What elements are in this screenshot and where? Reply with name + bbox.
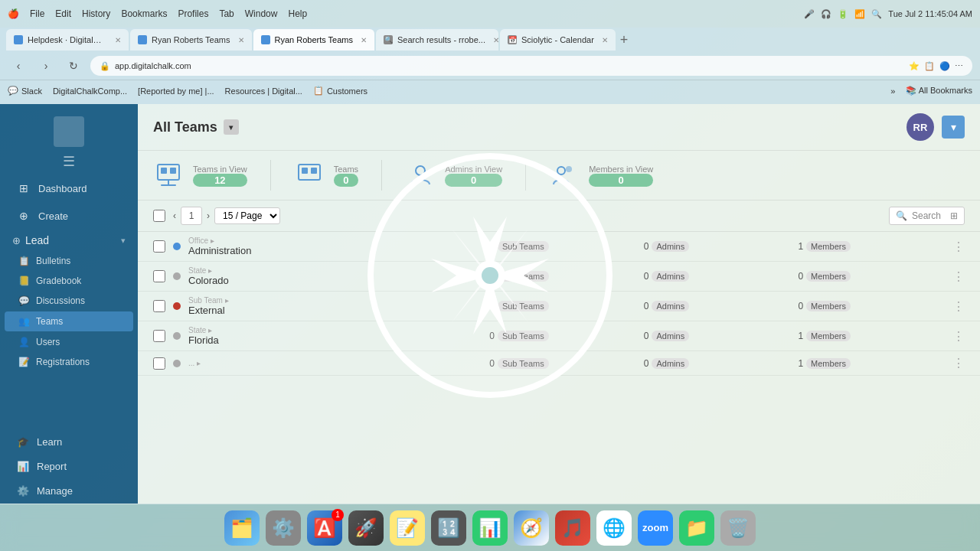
url-text: app.digitalchalk.com [115,61,191,70]
lead-chevron: ▾ [121,236,126,246]
sidebar-item-dashboard[interactable]: ⊞ Dashboard [5,175,133,201]
sidebar-item-gradebook[interactable]: 📒 Gradebook [0,271,138,291]
page-number[interactable]: 1 [181,207,202,225]
bookmark-resources[interactable]: Resources | Digital... [225,86,302,96]
row-checkbox-external[interactable] [153,300,165,312]
team-dot-last [173,360,181,367]
sidebar-item-users[interactable]: 👤 Users [0,332,138,352]
svg-rect-2 [170,168,176,174]
lock-icon: 🔒 [100,61,110,71]
menu-help[interactable]: Help [288,8,307,19]
menu-window[interactable]: Window [245,8,278,19]
search-box[interactable]: 🔍 Search ⊞ [889,207,965,225]
row-menu-admin[interactable]: ⋮ [952,240,965,254]
dock-notes[interactable]: 📝 [390,510,425,546]
tab-ryan-roberts-1[interactable]: Ryan Roberts Teams ✕ [130,29,252,51]
row-checkbox-florida[interactable] [153,330,165,342]
close-tab-search[interactable]: ✕ [493,36,498,44]
all-teams-dropdown[interactable]: All Teams ▾ [153,119,239,135]
sidebar-item-manage[interactable]: ⚙️ Manage [5,479,133,503]
row-checkbox-colorado[interactable] [153,270,165,282]
gradebook-icon: 📒 [18,276,30,286]
create-icon: ⊕ [17,209,31,223]
dock-calculator[interactable]: 🔢 [431,510,466,546]
dock-zoom[interactable]: zoom [638,510,673,546]
learn-icon: 🎓 [17,436,29,448]
dock-launchpad[interactable]: 🚀 [348,510,384,546]
row-checkbox-admin[interactable] [153,240,165,253]
dropdown-arrow-icon[interactable]: ▾ [224,119,239,135]
row-menu-last[interactable]: ⋮ [952,356,965,370]
team-admins-admin: 0 Admins [644,241,791,252]
sidebar-item-report[interactable]: 📊 Report [5,455,133,478]
tab-sciolytic[interactable]: 📅 Sciolytic - Calendar ✕ [500,29,616,51]
close-tab-ryan2[interactable]: ✕ [361,36,367,44]
browser-chrome: Helpdesk · DigitalChalk ✕ Ryan Roberts T… [0,28,980,104]
team-members-admin: 1 Members [798,241,945,252]
per-page-select[interactable]: 15 / Page 25 / Page 50 / Page [214,207,280,224]
tab-search[interactable]: 🔍 Search results - rrobe... ✕ [376,29,498,51]
dock-finder[interactable]: 🗂️ [224,510,260,546]
bookmark-digitalchalk[interactable]: DigitalChalkComp... [53,86,127,96]
menu-tab[interactable]: Tab [219,8,234,19]
dock-app-store[interactable]: 🅰️ 1 [307,510,342,546]
dock-numbers[interactable]: 📊 [472,510,508,546]
search-filter-icon[interactable]: ⊞ [950,210,958,221]
back-button[interactable]: ‹ [8,55,29,77]
more-bookmarks[interactable]: » [890,86,895,96]
new-tab-button[interactable]: + [620,32,629,48]
close-tab-sciolytic[interactable]: ✕ [602,36,608,44]
row-checkbox-last[interactable] [153,357,165,370]
sidebar-item-create[interactable]: ⊕ Create [5,203,133,229]
dock-music[interactable]: 🎵 [555,510,590,546]
team-members-florida: 1 Members [798,331,945,341]
sidebar-item-bulletins[interactable]: 📋 Bulletins [0,251,138,271]
menu-history[interactable]: History [82,8,110,19]
bookmark-customers[interactable]: 📋 Customers [313,86,368,96]
menu-profiles[interactable]: Profiles [178,8,208,19]
row-menu-florida[interactable]: ⋮ [952,329,965,344]
sidebar-item-registrations[interactable]: 📝 Registrations [0,352,138,372]
dock-safari[interactable]: 🧭 [514,510,549,546]
dock-system-prefs[interactable]: ⚙️ [266,510,301,546]
stat-teams-in-view: Teams in View 12 [153,160,271,191]
menu-edit[interactable]: Edit [55,8,71,19]
address-bar-icons: ⭐📋🔵⋯ [909,61,963,71]
content-header: All Teams ▾ RR ▾ [138,104,980,151]
sidebar-item-discussions[interactable]: 💬 Discussions [0,291,138,311]
tab-helpdesk[interactable]: Helpdesk · DigitalChalk ✕ [6,29,129,51]
menu-items: 🍎 File Edit History Bookmarks Profiles T… [0,8,315,19]
sidebar-item-learn[interactable]: 🎓 Learn [5,430,133,454]
row-menu-colorado[interactable]: ⋮ [952,269,965,284]
close-tab-ryan1[interactable]: ✕ [238,36,244,44]
svg-rect-6 [302,168,308,174]
team-members-colorado: 0 Members [798,271,945,282]
tab-ryan-roberts-2[interactable]: Ryan Roberts Teams ✕ [253,29,375,51]
bookmark-reported[interactable]: [Reported by me] |... [138,86,214,96]
sidebar-toggle[interactable]: ☰ [0,153,138,170]
bookmark-slack[interactable]: 💬 Slack [8,86,42,96]
menu-bookmarks[interactable]: Bookmarks [121,8,167,19]
menu-file[interactable]: File [30,8,44,19]
address-bar[interactable]: 🔒 app.digitalchalk.com ⭐📋🔵⋯ [90,56,972,76]
select-all-checkbox[interactable] [153,210,165,222]
all-bookmarks[interactable]: 📚 All Bookmarks [906,86,972,96]
team-admins-last: 0 Admins [644,358,791,369]
dock-files[interactable]: 📁 [679,510,714,546]
tabs-row: Helpdesk · DigitalChalk ✕ Ryan Roberts T… [0,28,980,52]
close-tab-helpdesk[interactable]: ✕ [115,36,121,44]
lead-section-header[interactable]: ⊕ Lead ▾ [0,230,138,251]
prev-page[interactable]: ‹ [173,210,176,221]
sidebar-item-teams[interactable]: 👥 Teams [5,311,133,331]
settings-button[interactable]: ▾ [942,116,965,139]
reload-button[interactable]: ↻ [63,55,84,77]
dock-chrome[interactable]: 🌐 [596,510,632,546]
svg-rect-1 [161,168,167,174]
user-avatar[interactable]: RR [906,113,934,141]
row-menu-external[interactable]: ⋮ [952,299,965,314]
apple-menu[interactable]: 🍎 [8,8,19,19]
lead-expand-icon: ⊕ [12,235,21,246]
next-page[interactable]: › [207,210,210,221]
forward-button[interactable]: › [35,55,57,77]
dock-trash[interactable]: 🗑️ [720,510,756,546]
